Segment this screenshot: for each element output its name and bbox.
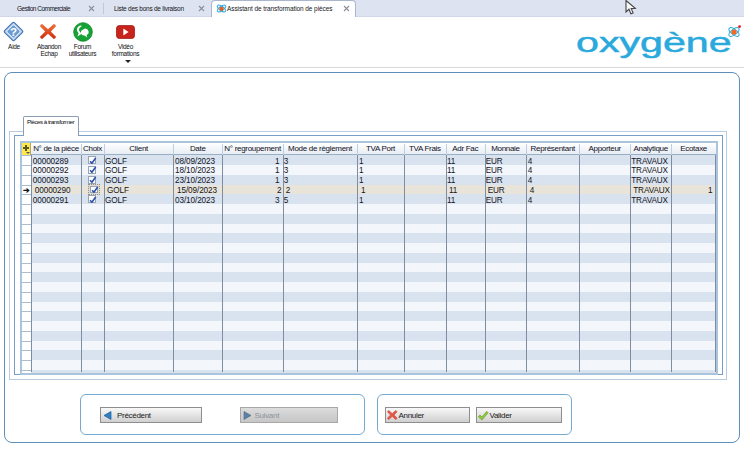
svg-text:?: ? — [10, 26, 17, 38]
